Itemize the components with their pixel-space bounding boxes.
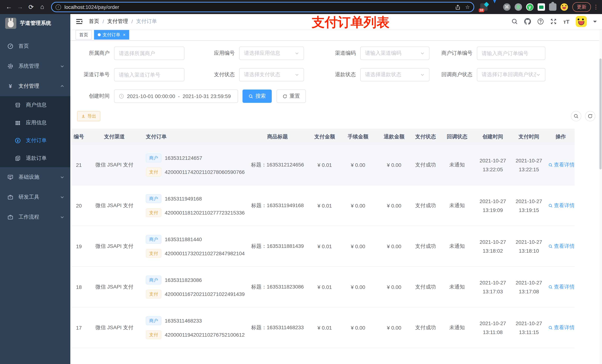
browser-menu-icon[interactable]: ⋮: [593, 4, 598, 10]
search-icon[interactable]: [511, 18, 518, 25]
notify-status: 未通知: [440, 307, 475, 348]
tab-home[interactable]: 首页: [75, 30, 92, 40]
pay-tag: 支付: [146, 249, 161, 258]
sidebar-item-home[interactable]: 首页: [0, 36, 70, 56]
chevron-down-icon: [60, 215, 64, 219]
merchant-input[interactable]: [114, 47, 184, 60]
sidebar-item-workflow[interactable]: 工作流程: [0, 207, 70, 227]
sidebar-item-pay-order[interactable]: 支付订单: [0, 132, 70, 149]
app-select[interactable]: 请选择应用信息: [239, 47, 304, 60]
chevron-down-icon: [420, 51, 425, 56]
merchant-order-no-field[interactable]: [482, 51, 540, 56]
sidebar-logo[interactable]: 芋道管理系统: [0, 14, 70, 32]
channel-order-no-field[interactable]: [119, 72, 180, 78]
refresh-button[interactable]: [585, 111, 595, 122]
reset-button[interactable]: 重置: [277, 90, 306, 103]
extension-kite-icon[interactable]: [492, 3, 499, 11]
chrome-update-button[interactable]: 更新: [572, 2, 591, 12]
merchant-order-no: 1635311823086: [165, 277, 202, 283]
table-row: 21 微信 JSAPI 支付 商户 1635312124657 支付 42000…: [71, 145, 575, 185]
refund-amount: ¥ 0.00: [376, 307, 412, 348]
pay-time: 2021-10-27 13:19:15: [511, 185, 547, 226]
briefcase-icon: [7, 214, 13, 220]
channel-order-no-input[interactable]: [114, 68, 184, 82]
pay-status: 支付成功: [412, 307, 440, 348]
browser-home-button[interactable]: ⌂: [37, 2, 47, 12]
view-detail-link[interactable]: 查看详情: [548, 162, 575, 168]
search-button[interactable]: 搜索: [243, 90, 272, 103]
browser-extensions: 10 ⌘ y: [480, 3, 568, 11]
store-icon: [15, 102, 21, 108]
pay-tag: 支付: [146, 167, 161, 177]
extension-chat-icon[interactable]: [538, 3, 545, 11]
view-detail-link[interactable]: 查看详情: [548, 243, 575, 250]
hamburger-icon[interactable]: [75, 18, 83, 25]
merchant-order-no-input[interactable]: [477, 47, 545, 60]
sidebar-item-system[interactable]: 系统管理: [0, 56, 70, 76]
sidebar-item-app-info[interactable]: 应用信息: [0, 114, 70, 132]
pay-amount: ¥ 0.01: [310, 307, 340, 348]
pay-time: 2021-10-27 13:11:15: [511, 307, 547, 348]
refund-status-select[interactable]: 请选择退款状态: [360, 68, 430, 82]
pay-order-no: 4200001181202110277723215336: [165, 210, 245, 216]
tab-pay-order[interactable]: 支付订单 ×: [94, 30, 129, 40]
bookmark-star-icon[interactable]: ☆: [465, 4, 470, 10]
fullscreen-icon[interactable]: [550, 18, 557, 25]
browser-reload-button[interactable]: ⟳: [26, 2, 36, 12]
clock-icon: [119, 94, 124, 99]
close-icon[interactable]: ×: [123, 32, 126, 37]
browser-chrome: ← → ⟳ ⌂ i localhost:1024/pay/order ☆ 10 …: [0, 0, 602, 14]
pay-time: 2021-10-27 13:17:08: [511, 267, 547, 307]
site-info-icon[interactable]: i: [55, 4, 61, 10]
browser-back-button[interactable]: ←: [4, 2, 14, 12]
merchant-order-no: 1635312124657: [165, 155, 202, 161]
address-bar[interactable]: i localhost:1024/pay/order ☆: [51, 2, 474, 12]
chevron-down-icon: [295, 73, 299, 77]
share-icon[interactable]: [455, 4, 461, 10]
merchant-input-field[interactable]: [119, 51, 180, 56]
page-scrollbar[interactable]: [599, 14, 602, 364]
table-row: 18 微信 JSAPI 支付 商户 1635311823086 支付 42000…: [71, 267, 575, 307]
dashboard-icon: [7, 43, 13, 49]
extension-dot-icon[interactable]: [515, 3, 522, 11]
pay-status-select[interactable]: 请选择支付状态: [239, 68, 304, 82]
merchant-tag: 商户: [146, 316, 161, 325]
notify-status-select[interactable]: 请选择订单回调商户状态: [477, 68, 545, 82]
scrollbar-thumb[interactable]: [599, 58, 602, 169]
create-time: 2021-10-27 13:19:09: [475, 185, 511, 226]
channel-code-select[interactable]: 请输入渠道编码: [360, 47, 430, 60]
pay-channel: 微信 JSAPI 支付: [87, 307, 142, 348]
extension-command-icon[interactable]: ⌘: [503, 3, 511, 11]
merchant-tag: 商户: [146, 235, 161, 244]
user-avatar[interactable]: [576, 16, 587, 27]
screen: ← → ⟳ ⌂ i localhost:1024/pay/order ☆ 10 …: [0, 0, 602, 364]
avatar-caret-icon[interactable]: [593, 21, 597, 24]
export-button[interactable]: 导出: [77, 111, 100, 122]
pay-tag: 支付: [146, 330, 161, 339]
extension-y-icon[interactable]: y: [526, 3, 534, 11]
toggle-search-button[interactable]: [571, 111, 581, 122]
sidebar-item-dev-tools[interactable]: 研发工具: [0, 187, 70, 207]
profile-avatar-icon[interactable]: [560, 3, 568, 11]
sidebar-item-payment[interactable]: ¥ 支付管理: [0, 76, 70, 96]
create-time-range-picker[interactable]: 2021-10-01 00:00:00 - 2021-10-31 23:59:5…: [114, 90, 238, 103]
font-size-icon[interactable]: ᴛT: [563, 19, 570, 25]
field-label: 创建时间: [78, 93, 114, 100]
view-detail-link[interactable]: 查看详情: [548, 284, 575, 290]
browser-forward-button[interactable]: →: [15, 2, 25, 12]
sidebar-item-merchant-info[interactable]: 商户信息: [0, 96, 70, 114]
pay-amount: ¥ 0.01: [310, 226, 340, 267]
pay-channel: 微信 JSAPI 支付: [87, 267, 142, 307]
help-icon[interactable]: [538, 18, 544, 25]
sidebar-item-refund-order[interactable]: 退款订单: [0, 149, 70, 167]
view-detail-link[interactable]: 查看详情: [548, 324, 575, 331]
breadcrumb-home[interactable]: 首页: [89, 18, 99, 25]
view-detail-link[interactable]: 查看详情: [548, 202, 575, 209]
github-icon[interactable]: [525, 18, 531, 25]
extensions-puzzle-icon[interactable]: [549, 3, 557, 11]
payment-submenu: 商户信息 应用信息 支付订单: [0, 96, 70, 167]
active-dot-icon: [98, 33, 101, 36]
extension-grid-icon[interactable]: 10: [480, 3, 488, 11]
sidebar-item-infrastructure[interactable]: 基础设施: [0, 167, 70, 187]
breadcrumb-pay-mgmt[interactable]: 支付管理: [107, 18, 128, 25]
